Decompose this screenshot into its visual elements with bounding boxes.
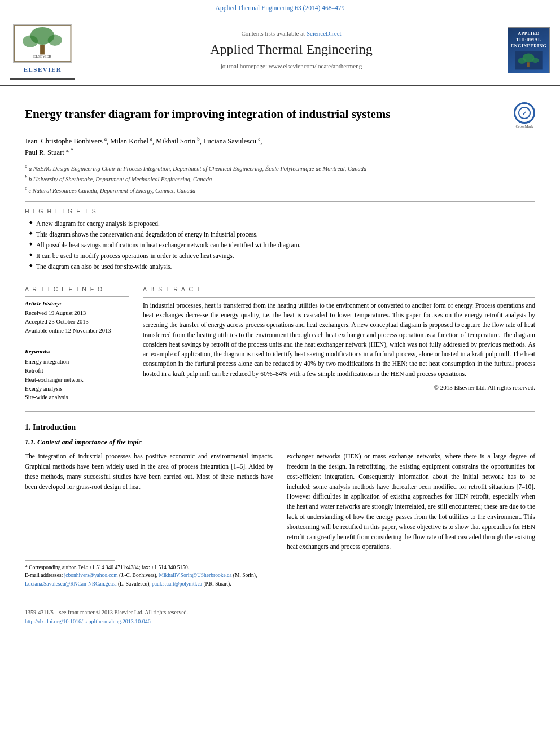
author-sup-a2: a	[150, 136, 152, 142]
highlights-section: H I G H L I G H T S A new diagram for en…	[25, 207, 535, 271]
thumb-graphic	[513, 51, 544, 69]
svg-point-10	[532, 58, 539, 63]
divider-1	[25, 201, 535, 202]
crossmark-badge: ✓ CrossMark	[514, 102, 535, 130]
author-sup-a3: a, *	[66, 147, 73, 153]
author-sup-a: a	[104, 136, 107, 142]
highlight-item: It can be used to modify process operati…	[29, 251, 535, 260]
journal-thumbnail: APPLIED THERMAL ENGINEERING	[508, 27, 550, 73]
svg-text:✓: ✓	[522, 110, 527, 116]
keyword-3: Heat-exchanger network	[25, 375, 129, 385]
main-content: Energy transfer diagram for improving in…	[0, 86, 560, 597]
sciencedirect-link[interactable]: ScienceDirect	[307, 30, 342, 37]
abstract-section: A B S T R A C T In industrial processes,…	[143, 283, 535, 402]
footnote-divider	[25, 560, 115, 561]
svg-rect-4	[40, 45, 45, 54]
article-info-label: A R T I C L E I N F O	[25, 285, 129, 294]
elsevier-name-label: ELSEVIER	[24, 65, 62, 74]
contents-line: Contents lists available at ScienceDirec…	[86, 29, 496, 38]
email-2[interactable]: MikhailV.Sorin@USherbrooke.ca	[159, 573, 232, 578]
divider-3	[25, 411, 535, 412]
email-label: E-mail addresses:	[25, 573, 63, 578]
issn-line: 1359-4311/$ – see front matter © 2013 El…	[25, 609, 188, 617]
thumb-line-3: ENGINEERING	[511, 43, 546, 49]
affil-b: b b University of Sherbrooke, Department…	[25, 173, 535, 184]
author-sup-b: b	[197, 136, 200, 142]
highlights-list: A new diagram for energy analysis is pro…	[25, 219, 535, 271]
intro-section: 1. Introduction 1.1. Context and importa…	[25, 422, 535, 552]
affil-a: a a NSERC Design Engineering Chair in Pr…	[25, 163, 535, 173]
abstract-label: A B S T R A C T	[143, 285, 535, 294]
author-sup-c: c	[258, 136, 260, 142]
bottom-bar: 1359-4311/$ – see front matter © 2013 El…	[0, 605, 560, 629]
elsevier-logo-block: ELSEVIER ELSEVIER	[10, 20, 75, 80]
intro-right-col: exchanger networks (HEN) or mass exchang…	[287, 452, 535, 552]
email-3[interactable]: Luciana.Savulescu@RNCan-NRCan.gc.ca	[25, 581, 117, 587]
highlight-item: A new diagram for energy analysis is pro…	[29, 219, 535, 228]
history-accepted: Accepted 23 October 2013	[25, 318, 129, 326]
copyright: © 2013 Elsevier Ltd. All rights reserved…	[143, 383, 535, 392]
keyword-1: Energy integration	[25, 357, 129, 366]
keywords-label: Keywords:	[25, 348, 129, 356]
keyword-4: Exergy analysis	[25, 385, 129, 394]
journal-citation: Applied Thermal Engineering 63 (2014) 46…	[216, 5, 345, 11]
article-title: Energy transfer diagram for improving in…	[25, 107, 506, 122]
keyword-2: Retrofit	[25, 366, 129, 375]
email-1[interactable]: jcbonhivers@yahoo.com	[64, 573, 118, 578]
footnotes: * Corresponding author. Tel.: +1 514 340…	[25, 563, 535, 588]
intro-subheading: 1.1. Context and importance of the topic	[25, 438, 535, 448]
svg-point-2	[23, 36, 38, 47]
article-info-abstract: A R T I C L E I N F O Article history: R…	[25, 283, 535, 402]
divider-2	[25, 277, 535, 277]
elsevier-logo-img: ELSEVIER	[13, 24, 72, 63]
intro-heading: 1. Introduction	[25, 422, 535, 433]
journal-center: Contents lists available at ScienceDirec…	[75, 29, 508, 71]
doi-link[interactable]: http://dx.doi.org/10.1016/j.applthermale…	[25, 618, 151, 626]
elsevier-tree-svg: ELSEVIER	[13, 25, 72, 62]
svg-point-9	[518, 58, 526, 64]
affiliations: a a NSERC Design Engineering Chair in Pr…	[25, 163, 535, 195]
abstract-text-block: In industrial processes, heat is transfe…	[143, 297, 535, 392]
article-info: A R T I C L E I N F O Article history: R…	[25, 283, 129, 402]
thumb-line-1: APPLIED	[518, 30, 540, 37]
history-block: Article history: Received 19 August 2013…	[25, 296, 129, 335]
email-4[interactable]: paul.stuart@polymtl.ca	[152, 581, 202, 587]
highlight-item: All possible heat savings modifications …	[29, 241, 535, 250]
crossmark-icon: ✓	[514, 102, 535, 124]
abstract-text: In industrial processes, heat is transfe…	[143, 301, 535, 379]
top-bar: Applied Thermal Engineering 63 (2014) 46…	[0, 0, 560, 15]
journal-header: ELSEVIER ELSEVIER Contents lists availab…	[0, 15, 560, 86]
keyword-5: Site-wide analysis	[25, 393, 129, 402]
footnote-emails: E-mail addresses: jcbonhivers@yahoo.com …	[25, 571, 535, 588]
svg-rect-11	[527, 63, 529, 68]
keywords-block: Keywords: Energy integration Retrofit He…	[25, 340, 129, 402]
intro-left-col: The integration of industrial processes …	[25, 452, 273, 552]
history-received: Received 19 August 2013	[25, 309, 129, 318]
crossmark-label: CrossMark	[514, 124, 535, 130]
svg-text:ELSEVIER: ELSEVIER	[33, 54, 51, 58]
highlight-item: The diagram can also be used for site-wi…	[29, 262, 535, 271]
intro-body: The integration of industrial processes …	[25, 452, 535, 552]
affil-c: c c Natural Resources Canada, Department…	[25, 185, 535, 195]
history-label: Article history:	[25, 300, 129, 308]
highlights-label: H I G H L I G H T S	[25, 207, 535, 216]
journal-homepage: journal homepage: www.elsevier.com/locat…	[86, 62, 496, 71]
footnote-star: * Corresponding author. Tel.: +1 514 340…	[25, 563, 535, 571]
highlight-item: This diagram shows the conservation and …	[29, 230, 535, 239]
thumb-line-2: THERMAL	[516, 37, 541, 43]
crossmark-svg: ✓	[518, 106, 531, 120]
svg-point-3	[48, 35, 62, 46]
journal-title: Applied Thermal Engineering	[86, 40, 496, 59]
history-online: Available online 12 November 2013	[25, 327, 129, 335]
authors: Jean–Christophe Bonhivers a, Milan Korbe…	[25, 136, 535, 158]
